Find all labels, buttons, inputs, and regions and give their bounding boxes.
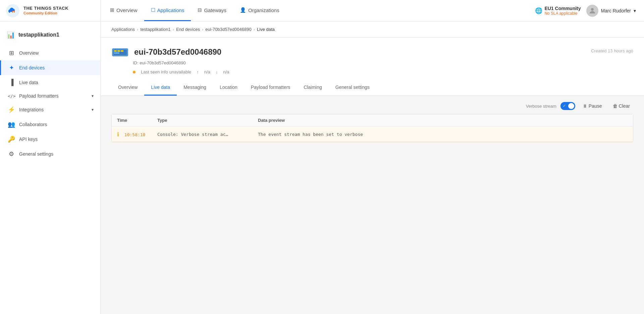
region-sla: No SLA applicable <box>544 11 581 16</box>
downlink-value: n/a <box>223 69 229 74</box>
device-header: eui-70b3d57ed0046890 ID: eui-70b3d57ed00… <box>101 38 644 96</box>
tab-location[interactable]: Location <box>213 80 244 96</box>
breadcrumb-end-devices[interactable]: End devices <box>176 27 200 32</box>
sidebar-item-label: End devices <box>19 65 45 70</box>
user-profile[interactable]: Marc Rudorfer <box>586 5 636 17</box>
brand-main: THE THINGS STACK <box>23 6 68 11</box>
sidebar-item-label: Live data <box>19 80 38 85</box>
svg-point-3 <box>591 8 594 11</box>
avatar <box>586 5 598 17</box>
sidebar-item-payload-formatters[interactable]: </> Payload formatters ▾ <box>0 90 100 102</box>
row-type: Console: Verbose stream ac… <box>157 132 258 137</box>
live-data-section: Verbose stream ✓ ⏸ Pause 🗑 Clear <box>101 96 644 153</box>
live-data-table: Time Type Data preview ℹ 10:58:10 Consol… <box>111 114 633 142</box>
live-data-icon: ▐ <box>8 79 15 86</box>
sidebar-item-live-data[interactable]: ▐ Live data <box>0 75 100 90</box>
uplink-value: n/a <box>204 69 210 74</box>
breadcrumb-current: Live data <box>257 27 275 32</box>
nav-applications[interactable]: ☐ Applications <box>144 0 191 21</box>
device-title-row: eui-70b3d57ed0046890 <box>111 46 229 58</box>
device-icon <box>111 46 129 58</box>
user-chevron <box>634 8 636 13</box>
nav-organizations[interactable]: 👤 Organizations <box>233 0 286 21</box>
row-data: The event stream has been set to verbose <box>258 132 628 137</box>
pause-icon: ⏸ <box>583 103 587 109</box>
table-header: Time Type Data preview <box>112 114 633 126</box>
payload-icon: </> <box>8 94 15 99</box>
table-row[interactable]: ℹ 10:58:10 Console: Verbose stream ac… T… <box>112 127 633 142</box>
sidebar-item-label: General settings <box>19 151 53 157</box>
svg-rect-6 <box>114 50 117 52</box>
svg-rect-2 <box>13 11 14 13</box>
nav-links: ⊞ Overview ☐ Applications ⊟ Gateways 👤 O… <box>101 0 535 21</box>
overview-sidebar-icon: ⊞ <box>8 49 15 57</box>
cloud-icon <box>5 3 20 18</box>
tab-payload-formatters[interactable]: Payload formatters <box>244 80 297 96</box>
separator: › <box>202 27 203 32</box>
nav-gateways[interactable]: ⊟ Gateways <box>191 0 233 21</box>
last-seen-text: Last seen info unavailable <box>141 69 191 74</box>
col-type-header: Type <box>157 118 258 123</box>
device-id: ID: eui-70b3d57ed0046890 <box>133 60 229 65</box>
chevron-icon: ▾ <box>92 107 94 112</box>
main-layout: 📊 testapplikation1 ⊞ Overview ✦ End devi… <box>0 21 644 314</box>
sidebar: 📊 testapplikation1 ⊞ Overview ✦ End devi… <box>0 21 101 314</box>
svg-rect-8 <box>121 50 123 52</box>
tab-claiming[interactable]: Claiming <box>297 80 328 96</box>
sidebar-item-collaborators[interactable]: 👥 Collaborators <box>0 117 100 132</box>
sidebar-item-label: Payload formatters <box>19 93 59 99</box>
row-time: ℹ 10:58:10 <box>117 131 157 138</box>
device-status-row: Last seen info unavailable ↑ n/a ↓ n/a <box>133 69 229 74</box>
tab-overview[interactable]: Overview <box>111 80 144 96</box>
uplink-icon: ↑ <box>197 69 199 74</box>
nav-overview[interactable]: ⊞ Overview <box>103 0 144 21</box>
verbose-toggle[interactable]: ✓ <box>560 102 575 110</box>
separator: › <box>254 27 255 32</box>
end-devices-icon: ✦ <box>8 64 15 71</box>
nav-right: 🌐 EU1 Community No SLA applicable Marc R… <box>535 5 644 17</box>
separator: › <box>173 27 174 32</box>
sidebar-item-general-settings[interactable]: ⚙ General settings <box>0 147 100 161</box>
clear-icon: 🗑 <box>613 103 618 109</box>
sidebar-item-end-devices[interactable]: ✦ End devices <box>0 60 100 75</box>
toggle-check-icon: ✓ <box>563 104 566 108</box>
breadcrumb-applications[interactable]: Applications <box>111 27 135 32</box>
clear-button[interactable]: 🗑 Clear <box>609 101 633 111</box>
overview-icon: ⊞ <box>110 7 114 13</box>
breadcrumb: Applications › testapplikation1 › End de… <box>101 21 644 38</box>
svg-rect-7 <box>117 50 120 52</box>
integrations-icon: ⚡ <box>8 106 15 113</box>
col-time-header: Time <box>117 118 157 123</box>
sidebar-app-title: 📊 testapplikation1 <box>0 27 100 43</box>
device-tabs: Overview Live data Messaging Location Pa… <box>111 80 633 96</box>
tab-live-data[interactable]: Live data <box>144 80 177 96</box>
chevron-icon: ▾ <box>92 94 94 98</box>
brand-sub: Community Edition <box>23 11 68 15</box>
status-dot <box>133 71 136 73</box>
settings-icon: ⚙ <box>8 150 15 158</box>
api-keys-icon: 🔑 <box>8 136 15 143</box>
main-content: Applications › testapplikation1 › End de… <box>101 21 644 314</box>
tab-general-settings[interactable]: General settings <box>329 80 376 96</box>
col-data-header: Data preview <box>258 118 628 123</box>
created-info: Created 13 hours ago <box>591 46 633 53</box>
org-icon: 👤 <box>240 7 246 13</box>
app-icon: 📊 <box>7 31 15 39</box>
breadcrumb-app[interactable]: testapplikation1 <box>140 27 170 32</box>
downlink-icon: ↓ <box>216 69 218 74</box>
brand-text: THE THINGS STACK Community Edition <box>23 6 68 15</box>
sidebar-item-label: Collaborators <box>19 122 47 127</box>
verbose-label: Verbose stream <box>526 104 556 109</box>
svg-rect-9 <box>114 52 119 54</box>
separator: › <box>137 27 138 32</box>
sidebar-item-api-keys[interactable]: 🔑 API keys <box>0 132 100 147</box>
sidebar-item-overview[interactable]: ⊞ Overview <box>0 46 100 60</box>
tab-messaging[interactable]: Messaging <box>177 80 213 96</box>
applications-icon: ☐ <box>151 7 155 13</box>
top-navigation: THE THINGS STACK Community Edition ⊞ Ove… <box>0 0 644 21</box>
device-title: eui-70b3d57ed0046890 <box>134 47 221 57</box>
breadcrumb-device-id[interactable]: eui-70b3d57ed0046890 <box>205 27 251 32</box>
region-selector[interactable]: 🌐 EU1 Community No SLA applicable <box>535 6 581 16</box>
sidebar-item-integrations[interactable]: ⚡ Integrations ▾ <box>0 102 100 117</box>
pause-button[interactable]: ⏸ Pause <box>579 101 605 111</box>
